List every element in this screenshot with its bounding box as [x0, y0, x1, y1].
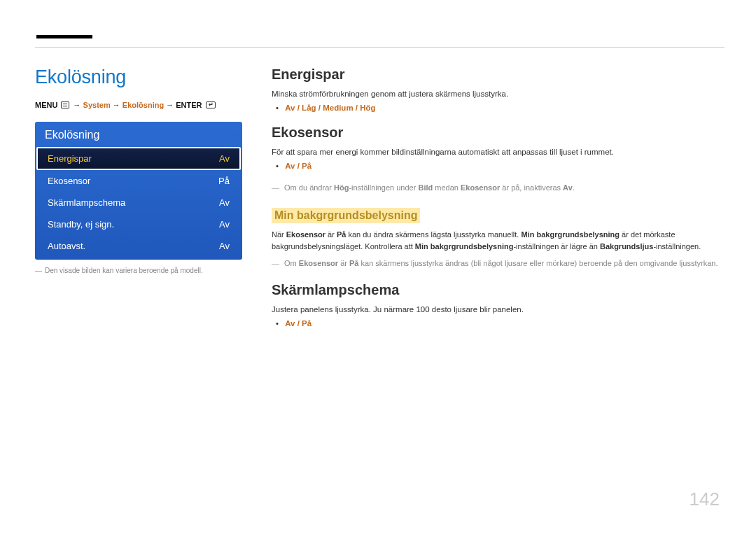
section-heading-skarmlampschema: Skärmlampschema — [272, 282, 724, 298]
opt: Av — [285, 104, 295, 112]
header-divider — [35, 47, 724, 48]
right-column: Energispar Minska strömförbrukningen gen… — [272, 66, 724, 340]
page-title: Ekolösning — [35, 66, 245, 88]
section-skarmlampschema: Skärmlampschema Justera panelens ljussty… — [272, 282, 724, 328]
menu-item-value: Av — [219, 153, 230, 164]
section-options-ekosensor: • Av / På — [276, 162, 724, 170]
menu-item-value: Av — [219, 241, 230, 251]
menu-item-label: Skärmlampschema — [48, 197, 125, 208]
menu-item-label: Ekosensor — [48, 176, 90, 186]
sub-note-minbakgrund: Om Ekosensor är På kan skärmens ljusstyr… — [272, 258, 724, 269]
bullet-icon: • — [276, 104, 279, 112]
section-options-energispar: • Av / Låg / Medium / Hög — [276, 104, 724, 112]
enter-label: ENTER — [176, 101, 202, 109]
note-ekosensor: Om du ändrar Hög-inställningen under Bil… — [272, 183, 724, 194]
left-column: Ekolösning MENU → System → Ekolösning → … — [35, 66, 245, 340]
page-number: 142 — [690, 489, 720, 510]
header-accent — [36, 35, 92, 38]
opt: Av — [285, 319, 295, 328]
section-desc-skarmlampschema: Justera panelens ljusstyrka. Ju närmare … — [272, 305, 724, 314]
page-content: Ekolösning MENU → System → Ekolösning → … — [35, 66, 724, 340]
menu-label: MENU — [35, 101, 57, 109]
bullet-icon: • — [276, 162, 279, 170]
opt: Hög — [360, 104, 375, 112]
bullet-icon: • — [276, 319, 279, 328]
opt: Låg — [302, 104, 316, 112]
menu-panel: Ekolösning Energispar Av Ekosensor På Sk… — [35, 122, 242, 260]
menu-panel-title: Ekolösning — [35, 122, 242, 147]
breadcrumb-seg-system: System — [83, 101, 111, 109]
breadcrumb-arrow-3: → — [166, 101, 174, 109]
menu-item-standby[interactable]: Standby, ej sign. Av — [35, 213, 242, 235]
section-ekosensor: Ekosensor För att spara mer energi komme… — [272, 125, 724, 269]
opt: På — [302, 319, 312, 328]
menu-item-value: På — [218, 176, 230, 186]
menu-item-label: Standby, ej sign. — [48, 219, 114, 230]
section-options-skarmlampschema: • Av / På — [276, 319, 724, 328]
opt: Av — [285, 162, 295, 170]
section-desc-energispar: Minska strömförbrukningen genom att just… — [272, 90, 724, 98]
menu-item-value: Av — [219, 219, 230, 230]
menu-item-label: Energispar — [48, 153, 92, 164]
menu-item-energispar[interactable]: Energispar Av — [36, 147, 241, 170]
menu-item-autoavst[interactable]: Autoavst. Av — [35, 235, 242, 257]
enter-icon — [206, 101, 216, 108]
opt: Medium — [323, 104, 353, 112]
menu-item-ekosensor[interactable]: Ekosensor På — [35, 170, 242, 192]
sub-heading-minbakgrund: Min bakgrgrundsbelysning — [272, 208, 420, 223]
menu-item-label: Autoavst. — [48, 241, 85, 251]
menu-item-skarmlampschema[interactable]: Skärmlampschema Av — [35, 192, 242, 213]
section-heading-ekosensor: Ekosensor — [272, 125, 724, 141]
sub-para-minbakgrund: När Ekosensor är På kan du ändra skärmen… — [272, 229, 724, 253]
section-energispar: Energispar Minska strömförbrukningen gen… — [272, 66, 724, 112]
opt: På — [302, 162, 312, 170]
breadcrumb-arrow-1: → — [74, 101, 81, 109]
menu-icon — [61, 101, 69, 108]
breadcrumb-arrow-2: → — [113, 101, 120, 109]
panel-footnote: Den visade bilden kan variera beroende p… — [35, 267, 245, 274]
menu-item-value: Av — [219, 197, 230, 208]
section-heading-energispar: Energispar — [272, 66, 724, 83]
breadcrumb: MENU → System → Ekolösning → ENTER — [35, 101, 245, 109]
section-desc-ekosensor: För att spara mer energi kommer bildinst… — [272, 148, 724, 156]
breadcrumb-seg-ekolosning: Ekolösning — [122, 101, 164, 109]
